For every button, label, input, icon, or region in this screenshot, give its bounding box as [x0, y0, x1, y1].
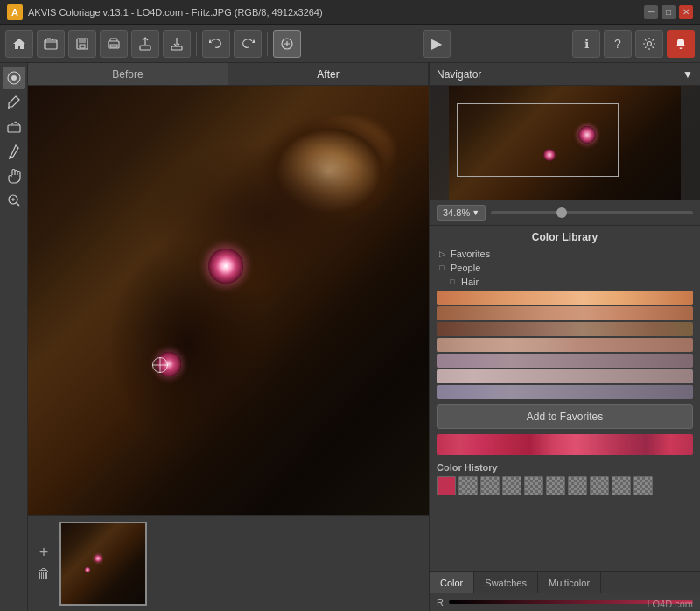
history-swatch-1[interactable]	[437, 476, 456, 495]
r-channel-slider-track	[449, 600, 693, 604]
print-button[interactable]	[100, 30, 128, 58]
thumbnail-1[interactable]	[60, 522, 147, 606]
history-swatch-3[interactable]	[480, 476, 500, 495]
film-controls: + 🗑	[35, 544, 52, 583]
zoom-dropdown-icon[interactable]: ▼	[472, 208, 480, 217]
filmstrip: + 🗑	[28, 515, 429, 611]
hair-swatch-7[interactable]	[437, 385, 693, 399]
tab-color[interactable]: Color	[430, 572, 474, 593]
navigator-dropdown-icon[interactable]: ▼	[682, 68, 693, 81]
redo-button[interactable]	[234, 30, 262, 58]
svg-rect-12	[8, 125, 20, 132]
info-icon: ℹ	[584, 37, 589, 51]
eyedropper-tool[interactable]	[3, 140, 25, 163]
toolbar-separator-2	[267, 32, 268, 56]
svg-rect-2	[79, 39, 86, 43]
navigator-title: Navigator	[437, 68, 481, 81]
eye-left	[208, 249, 243, 284]
active-color-gradient-bar[interactable]	[437, 434, 693, 455]
hair-swatch-3[interactable]	[437, 322, 693, 336]
play-icon: ▶	[431, 35, 442, 52]
main-area: Before After + 🗑	[0, 63, 700, 611]
expand-icon-people: □	[437, 263, 447, 273]
hair-label: Hair	[461, 277, 479, 287]
bottom-tabs: Color Swatches Multicolor	[430, 571, 700, 593]
hand-tool[interactable]	[3, 165, 25, 187]
svg-point-11	[11, 75, 17, 81]
svg-point-13	[9, 156, 11, 158]
download-button[interactable]	[163, 30, 191, 58]
add-image-button[interactable]: +	[35, 544, 52, 562]
history-swatch-4[interactable]	[502, 476, 522, 495]
history-swatch-7[interactable]	[568, 476, 587, 495]
open-file-button[interactable]	[37, 30, 65, 58]
people-label: People	[451, 263, 480, 273]
upload-button[interactable]	[131, 30, 159, 58]
thumb-eye-2	[85, 567, 90, 572]
hair-swatch-4[interactable]	[437, 338, 693, 352]
close-button[interactable]: ✕	[679, 5, 693, 19]
help-button[interactable]: ?	[604, 30, 632, 58]
titlebar: A AKVIS Coloriage v.13.1 - LO4D.com - Fr…	[0, 0, 700, 25]
notification-button[interactable]	[667, 30, 695, 58]
svg-rect-5	[110, 45, 117, 47]
r-channel-label: R	[437, 597, 444, 607]
color-history-section: Color History	[430, 459, 700, 499]
tab-after[interactable]: After	[228, 63, 429, 85]
brush-tool[interactable]	[3, 91, 25, 114]
color-library: Color Library ▷ Favorites □ People □ Hai…	[430, 226, 700, 571]
history-swatch-2[interactable]	[458, 476, 478, 495]
eraser-tool[interactable]	[3, 116, 25, 138]
thumb-eye-1	[94, 555, 102, 562]
delete-image-button[interactable]: 🗑	[35, 565, 52, 583]
add-to-favorites-button[interactable]: Add to Favorites	[437, 404, 693, 429]
tab-multicolor[interactable]: Multicolor	[538, 572, 601, 593]
left-toolbar	[0, 63, 28, 611]
canvas-view[interactable]	[28, 86, 429, 515]
zoom-tool[interactable]	[3, 189, 25, 212]
expand-icon-hair: □	[447, 277, 458, 287]
hair-swatch-5[interactable]	[437, 354, 693, 368]
nav-image	[430, 86, 700, 200]
history-swatch-5[interactable]	[524, 476, 543, 495]
color-history-swatches	[437, 476, 693, 495]
main-toolbar: ▶ ℹ ?	[0, 25, 700, 63]
settings-button[interactable]	[635, 30, 663, 58]
save-button[interactable]	[68, 30, 96, 58]
zoom-slider[interactable]	[491, 211, 693, 214]
history-swatch-6[interactable]	[546, 476, 565, 495]
tree-item-people[interactable]: □ People	[430, 261, 700, 275]
help-icon: ?	[614, 37, 621, 51]
hair-swatch-1[interactable]	[437, 291, 693, 305]
tree-item-hair[interactable]: □ Hair	[440, 275, 700, 289]
thumbnail-image-1	[61, 523, 145, 604]
history-swatch-9[interactable]	[612, 476, 631, 495]
tab-before[interactable]: Before	[28, 63, 228, 85]
hair-swatch-6[interactable]	[437, 369, 693, 383]
cat-body	[28, 86, 429, 515]
info-button[interactable]: ℹ	[572, 30, 600, 58]
svg-point-9	[648, 41, 652, 46]
play-button[interactable]: ▶	[423, 30, 451, 58]
navigator-header: Navigator ▼	[430, 63, 700, 86]
toolbar-separator-1	[196, 32, 197, 56]
canvas-tabs: Before After	[28, 63, 429, 86]
hair-swatch-2[interactable]	[437, 306, 693, 320]
history-swatch-8[interactable]	[590, 476, 609, 495]
zoom-value-display: 34.8% ▼	[437, 205, 486, 221]
home-button[interactable]	[5, 30, 33, 58]
color-library-title: Color Library	[430, 226, 700, 247]
edit-mode-button[interactable]	[273, 30, 301, 58]
maximize-button[interactable]: □	[662, 5, 676, 19]
undo-button[interactable]	[202, 30, 230, 58]
tab-swatches[interactable]: Swatches	[474, 572, 538, 593]
color-history-label: Color History	[437, 462, 693, 473]
history-swatch-10[interactable]	[634, 476, 653, 495]
tree-item-favorites[interactable]: ▷ Favorites	[430, 247, 700, 261]
colorize-tool[interactable]	[3, 67, 25, 89]
right-panel: Navigator ▼ 34.8% ▼ Color Library	[429, 63, 700, 611]
minimize-button[interactable]: ─	[644, 5, 658, 19]
nav-viewport[interactable]	[457, 103, 619, 178]
nav-strip-left	[430, 86, 449, 200]
image-canvas	[28, 86, 429, 515]
